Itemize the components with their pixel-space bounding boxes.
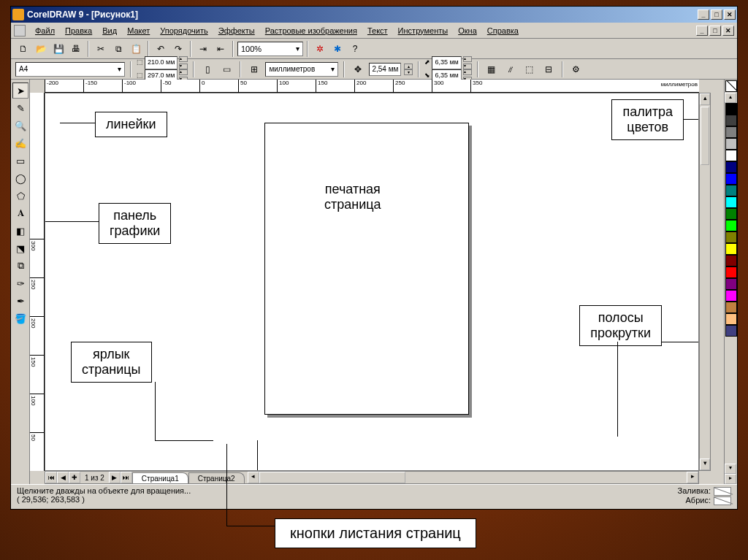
minimize-button[interactable]: _ bbox=[698, 9, 709, 20]
color-swatch[interactable] bbox=[725, 161, 737, 173]
undo-button[interactable]: ↶ bbox=[153, 41, 169, 57]
scroll-left-button[interactable]: ◂ bbox=[248, 472, 259, 483]
maximize-button[interactable]: □ bbox=[711, 9, 722, 20]
color-swatch[interactable] bbox=[725, 103, 737, 115]
menu-view[interactable]: Вид bbox=[97, 25, 122, 37]
corel-online-button[interactable]: ✱ bbox=[329, 41, 346, 57]
interactive-transparency-tool[interactable]: ⬔ bbox=[12, 240, 28, 256]
first-page-button[interactable]: ⏮ bbox=[45, 472, 57, 483]
menu-layout[interactable]: Макет bbox=[122, 25, 155, 37]
next-page-button[interactable]: ▶ bbox=[109, 472, 121, 483]
menu-help[interactable]: Справка bbox=[482, 25, 524, 37]
import-button[interactable]: ⇥ bbox=[195, 41, 211, 57]
options-button[interactable]: ⚙ bbox=[568, 61, 584, 77]
mdi-maximize-button[interactable]: □ bbox=[709, 26, 721, 36]
mdi-close-button[interactable]: ✕ bbox=[722, 26, 734, 36]
color-swatch[interactable] bbox=[725, 278, 737, 290]
scroll-v-thumb[interactable] bbox=[701, 107, 709, 165]
zoom-combo[interactable]: 100% bbox=[237, 42, 303, 56]
scrollbar-horizontal[interactable]: ◂ ▸ bbox=[248, 472, 698, 483]
rectangle-tool[interactable]: ▭ bbox=[12, 153, 28, 169]
color-swatch[interactable] bbox=[725, 243, 737, 255]
page-tab-2[interactable]: Страница2 bbox=[188, 472, 245, 483]
color-swatch[interactable] bbox=[725, 208, 737, 220]
menu-bitmaps[interactable]: Растровые изображения bbox=[260, 25, 362, 37]
save-button[interactable]: 💾 bbox=[50, 41, 66, 57]
fill-swatch-icon[interactable] bbox=[714, 487, 731, 496]
color-swatch[interactable] bbox=[725, 325, 737, 337]
units-combo[interactable]: миллиметров bbox=[265, 62, 338, 77]
scroll-h-thumb[interactable] bbox=[259, 472, 405, 483]
no-color-swatch[interactable] bbox=[725, 80, 737, 92]
menu-text[interactable]: Текст bbox=[362, 25, 393, 37]
add-page-button[interactable]: ✚ bbox=[69, 472, 80, 483]
close-button[interactable]: ✕ bbox=[724, 9, 736, 20]
color-swatch[interactable] bbox=[725, 290, 737, 302]
color-swatch[interactable] bbox=[725, 115, 737, 126]
shape-tool[interactable]: ✎ bbox=[12, 100, 28, 116]
redo-button[interactable]: ↷ bbox=[170, 41, 186, 57]
color-swatch[interactable] bbox=[725, 231, 737, 243]
snap-objects-button[interactable]: ⬚ bbox=[522, 61, 538, 77]
scrollbar-vertical[interactable]: ▴ ▾ bbox=[699, 93, 711, 471]
polygon-tool[interactable]: ⬠ bbox=[12, 188, 28, 204]
text-tool[interactable]: 𝐀 bbox=[12, 205, 28, 221]
ellipse-tool[interactable]: ◯ bbox=[12, 170, 28, 186]
app-launcher-button[interactable]: ✲ bbox=[312, 41, 328, 57]
color-swatch[interactable] bbox=[725, 173, 737, 185]
menu-windows[interactable]: Окна bbox=[453, 25, 482, 37]
ruler-horizontal[interactable]: -200-150 -100-50 050 100150 200250 30035… bbox=[45, 80, 699, 93]
menu-effects[interactable]: Эффекты bbox=[213, 25, 260, 37]
fill-tool[interactable]: 🪣 bbox=[12, 310, 28, 326]
cut-button[interactable]: ✂ bbox=[93, 41, 109, 57]
page-size-combo[interactable]: A4 bbox=[15, 62, 125, 77]
color-swatch[interactable] bbox=[725, 302, 737, 313]
outline-tool[interactable]: ✒ bbox=[12, 293, 28, 309]
color-swatch[interactable] bbox=[725, 313, 737, 325]
prev-page-button[interactable]: ◀ bbox=[57, 472, 69, 483]
page-width-input[interactable]: 210.0 мм bbox=[145, 56, 178, 69]
color-swatch[interactable] bbox=[725, 126, 737, 138]
mdi-minimize-button[interactable]: _ bbox=[696, 26, 708, 36]
scroll-down-button[interactable]: ▾ bbox=[700, 459, 710, 470]
outline-swatch-icon[interactable] bbox=[714, 496, 731, 505]
export-button[interactable]: ⇤ bbox=[213, 41, 229, 57]
snap-grid-button[interactable]: ▦ bbox=[484, 61, 500, 77]
page-tab-1[interactable]: Страница1 bbox=[132, 472, 188, 483]
nudge-input[interactable]: 2,54 мм bbox=[369, 63, 401, 76]
palette-scroll-up[interactable]: ▴ bbox=[725, 93, 736, 103]
landscape-button[interactable]: ▭ bbox=[218, 61, 234, 77]
mdi-icon[interactable] bbox=[14, 25, 26, 37]
color-swatch[interactable] bbox=[725, 196, 737, 208]
color-swatch[interactable] bbox=[725, 185, 737, 196]
palette-expand[interactable]: ▸ bbox=[725, 474, 736, 484]
drawing-canvas[interactable]: линейки панель графики печатная страница… bbox=[45, 93, 699, 471]
open-button[interactable]: 📂 bbox=[33, 41, 49, 57]
freehand-tool[interactable]: ✍ bbox=[12, 135, 28, 151]
palette-scroll-down[interactable]: ▾ bbox=[725, 464, 736, 474]
scroll-up-button[interactable]: ▴ bbox=[700, 93, 710, 105]
interactive-blend-tool[interactable]: ⧉ bbox=[12, 258, 28, 274]
last-page-button[interactable]: ⏭ bbox=[121, 472, 132, 483]
menu-file[interactable]: Файл bbox=[30, 25, 60, 37]
copy-button[interactable]: ⧉ bbox=[110, 41, 126, 57]
print-button[interactable]: 🖶 bbox=[68, 41, 84, 57]
scroll-right-button[interactable]: ▸ bbox=[687, 472, 698, 483]
interactive-fill-tool[interactable]: ◧ bbox=[12, 223, 28, 239]
color-swatch[interactable] bbox=[725, 255, 737, 266]
eyedropper-tool[interactable]: ✑ bbox=[12, 275, 28, 291]
zoom-tool[interactable]: 🔍 bbox=[12, 118, 28, 134]
pick-tool[interactable]: ➤ bbox=[12, 83, 28, 99]
guidelines-button[interactable]: ⊟ bbox=[541, 61, 557, 77]
paste-button[interactable]: 📋 bbox=[128, 41, 144, 57]
menu-arrange[interactable]: Упорядочить bbox=[155, 25, 213, 37]
menu-edit[interactable]: Правка bbox=[60, 25, 97, 37]
color-swatch[interactable] bbox=[725, 220, 737, 231]
menu-tools[interactable]: Инструменты bbox=[393, 25, 454, 37]
new-button[interactable]: 🗋 bbox=[15, 41, 31, 57]
snap-guides-button[interactable]: ⫽ bbox=[503, 61, 519, 77]
ruler-vertical[interactable]: 50100 150200 250300 bbox=[30, 93, 45, 471]
dup-x-input[interactable]: 6,35 мм bbox=[432, 56, 461, 69]
color-swatch[interactable] bbox=[725, 266, 737, 278]
whatsthis-button[interactable]: ? bbox=[347, 41, 363, 57]
